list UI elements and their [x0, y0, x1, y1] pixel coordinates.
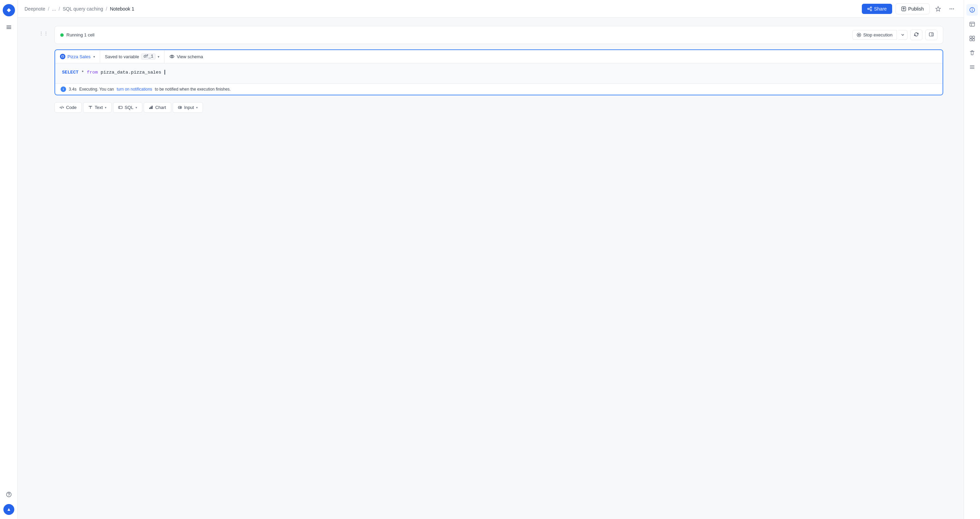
- svg-rect-1: [6, 27, 11, 27]
- svg-line-9: [869, 9, 870, 10]
- stop-execution-button[interactable]: Stop execution: [852, 30, 897, 40]
- svg-point-6: [868, 8, 869, 10]
- topbar: Deepnote / ... / SQL query caching / Not…: [18, 0, 964, 18]
- svg-rect-16: [929, 33, 933, 36]
- right-grid-button[interactable]: [966, 33, 978, 44]
- share-button[interactable]: Share: [862, 4, 892, 14]
- status-text: Running 1 cell: [67, 32, 94, 37]
- input-icon: [178, 105, 182, 110]
- text-icon: [88, 105, 92, 110]
- svg-point-14: [953, 8, 954, 9]
- add-sql-label: SQL: [125, 105, 134, 110]
- svg-rect-34: [972, 36, 975, 38]
- svg-rect-36: [972, 39, 975, 41]
- add-code-button[interactable]: Code: [54, 102, 82, 113]
- more-button[interactable]: [947, 4, 957, 14]
- panel-icon: [929, 32, 934, 37]
- publish-icon: [901, 6, 906, 11]
- svg-point-18: [62, 56, 64, 57]
- info-icon: i: [60, 86, 66, 92]
- status-bar: Running 1 cell Stop execution: [54, 26, 943, 44]
- text-chevron: ▾: [105, 106, 107, 109]
- help-icon[interactable]: [3, 489, 14, 500]
- svg-point-7: [870, 10, 872, 11]
- exec-text: Executing. You can: [80, 87, 114, 92]
- view-schema-tab[interactable]: View schema: [164, 50, 208, 63]
- var-chevron[interactable]: ▾: [158, 55, 159, 59]
- cursor: [164, 70, 165, 75]
- svg-point-20: [171, 56, 173, 57]
- menu-icon[interactable]: [3, 22, 14, 33]
- svg-point-29: [972, 8, 972, 9]
- sql-cell: Pizza Sales ▾ Saved to variable df_1 ▾ V: [54, 49, 943, 96]
- status-actions: Stop execution: [852, 30, 937, 40]
- right-sidebar: [964, 0, 980, 519]
- svg-line-21: [62, 106, 62, 109]
- svg-point-12: [950, 8, 951, 9]
- svg-rect-2: [6, 28, 11, 29]
- datasource-icon: [60, 54, 65, 59]
- eye-icon: [169, 54, 175, 59]
- breadcrumb-sep-1: /: [48, 6, 49, 11]
- cell-gutter: ⋮⋮: [38, 26, 49, 511]
- svg-rect-25: [151, 107, 151, 109]
- stop-dropdown-button[interactable]: [898, 30, 907, 40]
- chart-icon: [149, 105, 153, 110]
- pizza-sales-tab[interactable]: Pizza Sales ▾: [55, 50, 100, 63]
- breadcrumb: Deepnote / ... / SQL query caching / Not…: [24, 6, 859, 11]
- pizza-sales-label: Pizza Sales: [67, 54, 91, 59]
- right-trash-button[interactable]: [966, 47, 978, 59]
- svg-rect-33: [970, 36, 972, 38]
- code-editor[interactable]: SELECT * from pizza_data.pizza_sales: [55, 63, 943, 84]
- turn-on-notifications-link[interactable]: turn on notifications: [117, 87, 152, 92]
- breadcrumb-more[interactable]: ...: [52, 6, 56, 11]
- code-icon: [60, 105, 64, 110]
- exec-suffix: to be notified when the execution finish…: [155, 87, 231, 92]
- add-text-label: Text: [95, 105, 103, 110]
- code-from-keyword: from: [87, 70, 98, 75]
- user-avatar[interactable]: [3, 504, 14, 515]
- add-input-button[interactable]: Input ▾: [173, 102, 203, 113]
- add-sql-button[interactable]: SQL ▾: [113, 102, 142, 113]
- content-column: Running 1 cell Stop execution: [54, 26, 943, 511]
- svg-rect-22: [118, 106, 122, 109]
- stop-label: Stop execution: [863, 32, 892, 37]
- publish-button[interactable]: Publish: [896, 3, 930, 14]
- code-select-keyword: SELECT: [62, 70, 79, 75]
- refresh-icon: [914, 32, 919, 37]
- saved-var-prefix: Saved to variable: [105, 54, 139, 59]
- svg-rect-26: [151, 106, 153, 109]
- right-table-button[interactable]: [966, 18, 978, 30]
- add-text-button[interactable]: Text ▾: [83, 102, 112, 113]
- exec-info: i 3.4s Executing. You can turn on notifi…: [55, 84, 943, 95]
- svg-rect-35: [970, 39, 972, 41]
- sql-chevron: ▾: [135, 106, 137, 109]
- svg-rect-0: [6, 25, 11, 26]
- breadcrumb-deepnote[interactable]: Deepnote: [24, 6, 45, 11]
- variable-badge: df_1: [141, 54, 156, 60]
- input-chevron: ▾: [196, 106, 198, 109]
- breadcrumb-sep-2: /: [59, 6, 60, 11]
- status-dot: [60, 33, 64, 37]
- svg-rect-30: [970, 22, 975, 26]
- refresh-button[interactable]: [910, 30, 923, 40]
- breadcrumb-sep-3: /: [106, 6, 107, 11]
- left-sidebar: [0, 0, 18, 519]
- status-indicator: Running 1 cell: [60, 32, 94, 37]
- right-info-button[interactable]: [966, 4, 978, 16]
- breadcrumb-project[interactable]: SQL query caching: [63, 6, 103, 11]
- star-button[interactable]: [933, 4, 943, 14]
- right-list-button[interactable]: [966, 61, 978, 73]
- drag-handle[interactable]: ⋮⋮: [39, 31, 48, 36]
- sidebar-toggle-button[interactable]: [925, 30, 937, 40]
- code-table-name: pizza_data.pizza_sales: [100, 70, 161, 75]
- svg-point-4: [8, 495, 9, 496]
- cell-header: Pizza Sales ▾ Saved to variable df_1 ▾ V: [55, 50, 943, 63]
- tab-chevron: ▾: [93, 55, 95, 59]
- svg-point-5: [870, 7, 872, 8]
- add-chart-label: Chart: [155, 105, 166, 110]
- saved-variable: Saved to variable df_1 ▾: [100, 50, 164, 63]
- logo-icon[interactable]: [3, 4, 15, 16]
- add-chart-button[interactable]: Chart: [144, 102, 171, 113]
- exec-time: 3.4s: [69, 87, 76, 92]
